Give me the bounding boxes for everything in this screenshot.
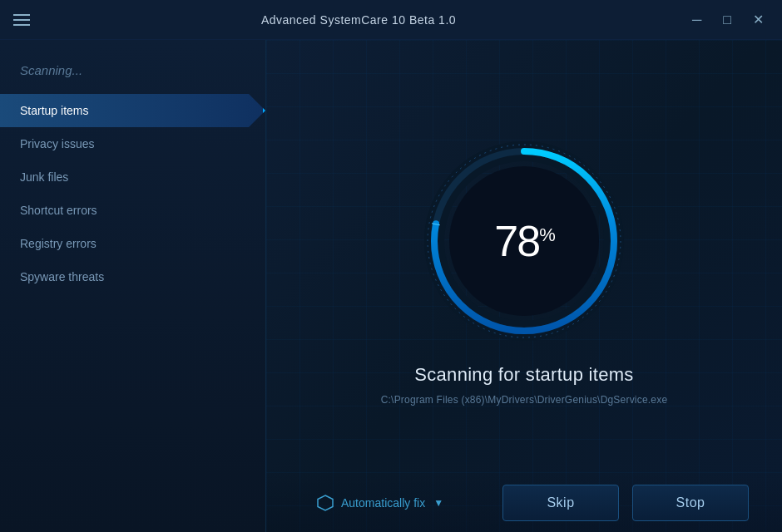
sidebar-item-privacy-issues[interactable]: Privacy issues [0,127,265,160]
sidebar-item-spyware-threats[interactable]: Spyware threats [0,260,265,293]
stop-button[interactable]: Stop [632,485,749,521]
sidebar-item-registry-errors[interactable]: Registry errors [0,227,265,260]
menu-button[interactable] [13,14,30,26]
window-controls: ─ □ ✕ [687,12,769,28]
maximize-button[interactable]: □ [718,12,736,28]
sidebar-item-label: Shortcut errors [20,204,97,217]
sidebar-item-junk-files[interactable]: Junk files [0,160,265,194]
content-inner: 78% Scanning for startup items C:\Progra… [381,141,668,406]
content-area: 78% Scanning for startup items C:\Progra… [266,40,782,532]
progress-percent-display: 78% [494,216,553,266]
auto-fix-hex-icon [316,494,334,512]
sidebar-item-label: Junk files [20,170,68,184]
sidebar: Scanning... Startup items Privacy issues… [0,40,266,532]
auto-fix-label: Automatically fix [341,496,425,510]
sidebar-item-label: Spyware threats [20,270,104,283]
sidebar-item-shortcut-errors[interactable]: Shortcut errors [0,194,265,227]
sidebar-item-label: Privacy issues [20,137,94,150]
action-buttons: Skip Stop [502,485,749,521]
minimize-button[interactable]: ─ [687,12,706,28]
sidebar-item-startup-items[interactable]: Startup items [0,94,265,127]
progress-ring-container: 78% [424,141,624,341]
scan-path: C:\Program Files (x86)\MyDrivers\DriverG… [381,394,668,406]
sidebar-item-label: Startup items [20,104,88,117]
skip-button[interactable]: Skip [502,485,619,521]
auto-fix-chevron-icon: ▼ [433,497,443,509]
svg-marker-6 [318,495,333,510]
auto-fix-toggle[interactable]: Automatically fix ▼ [316,494,443,512]
scanning-label: Scanning... [0,57,265,94]
titlebar: Advanced SystemCare 10 Beta 1.0 ─ □ ✕ [0,0,782,40]
main-layout: Scanning... Startup items Privacy issues… [0,40,782,532]
close-button[interactable]: ✕ [748,12,769,28]
bottom-bar: Automatically fix ▼ Skip Stop [266,474,782,532]
sidebar-item-label: Registry errors [20,237,97,250]
app-title: Advanced SystemCare 10 Beta 1.0 [261,13,456,27]
scan-label: Scanning for startup items [414,364,633,386]
